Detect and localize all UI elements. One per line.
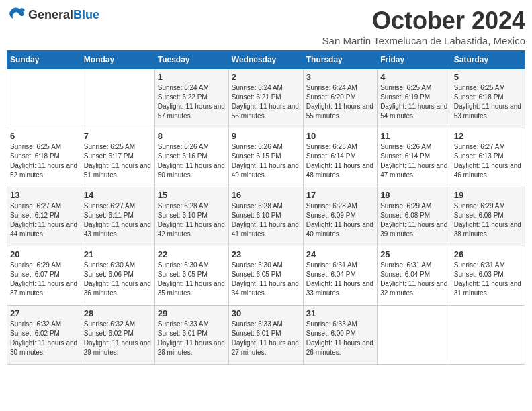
calendar-cell: 8Sunrise: 6:26 AM Sunset: 6:16 PM Daylig… [154,128,228,187]
day-info: Sunrise: 6:28 AM Sunset: 6:10 PM Dayligh… [158,201,226,239]
calendar-cell: 23Sunrise: 6:30 AM Sunset: 6:05 PM Dayli… [228,246,303,306]
day-info: Sunrise: 6:31 AM Sunset: 6:03 PM Dayligh… [454,261,522,298]
calendar-cell: 12Sunrise: 6:27 AM Sunset: 6:13 PM Dayli… [451,128,525,187]
day-info: Sunrise: 6:29 AM Sunset: 6:07 PM Dayligh… [10,261,78,298]
day-info: Sunrise: 6:26 AM Sunset: 6:16 PM Dayligh… [158,142,226,180]
day-number: 5 [454,72,522,82]
day-number: 25 [380,249,448,259]
day-info: Sunrise: 6:26 AM Sunset: 6:14 PM Dayligh… [306,142,374,180]
day-number: 17 [306,190,374,200]
day-info: Sunrise: 6:29 AM Sunset: 6:08 PM Dayligh… [454,201,522,239]
day-info: Sunrise: 6:26 AM Sunset: 6:15 PM Dayligh… [232,142,300,180]
logo-bird-icon [7,7,26,23]
calendar-cell: 2Sunrise: 6:24 AM Sunset: 6:21 PM Daylig… [228,69,303,128]
day-of-week-header: Thursday [303,51,377,69]
day-of-week-header: Saturday [451,51,525,69]
day-number: 3 [306,72,374,82]
day-number: 21 [84,249,152,259]
calendar-cell: 9Sunrise: 6:26 AM Sunset: 6:15 PM Daylig… [228,128,303,187]
calendar-cell: 10Sunrise: 6:26 AM Sunset: 6:14 PM Dayli… [303,128,377,187]
calendar-cell: 21Sunrise: 6:30 AM Sunset: 6:06 PM Dayli… [81,246,154,306]
day-info: Sunrise: 6:27 AM Sunset: 6:12 PM Dayligh… [10,201,78,239]
day-number: 11 [380,131,448,141]
calendar-cell [451,306,525,365]
day-of-week-header: Friday [378,51,451,69]
calendar-cell: 25Sunrise: 6:31 AM Sunset: 6:04 PM Dayli… [378,246,451,306]
day-info: Sunrise: 6:27 AM Sunset: 6:11 PM Dayligh… [84,201,152,239]
day-number: 2 [232,72,300,82]
calendar-cell: 29Sunrise: 6:33 AM Sunset: 6:01 PM Dayli… [154,306,228,365]
calendar-cell: 13Sunrise: 6:27 AM Sunset: 6:12 PM Dayli… [7,187,81,246]
day-of-week-header: Tuesday [154,51,228,69]
calendar-cell: 14Sunrise: 6:27 AM Sunset: 6:11 PM Dayli… [81,187,154,246]
day-number: 20 [10,249,78,259]
day-info: Sunrise: 6:33 AM Sunset: 6:00 PM Dayligh… [306,320,374,357]
day-number: 23 [232,249,300,259]
day-number: 31 [306,308,374,318]
day-info: Sunrise: 6:32 AM Sunset: 6:02 PM Dayligh… [84,320,152,357]
day-number: 1 [158,72,226,82]
calendar-cell: 30Sunrise: 6:33 AM Sunset: 6:01 PM Dayli… [228,306,303,365]
day-number: 8 [158,131,226,141]
calendar-cell: 7Sunrise: 6:25 AM Sunset: 6:17 PM Daylig… [81,128,154,187]
calendar-cell: 11Sunrise: 6:26 AM Sunset: 6:14 PM Dayli… [378,128,451,187]
logo-blue-text: Blue [73,8,99,21]
calendar-cell: 6Sunrise: 6:25 AM Sunset: 6:18 PM Daylig… [7,128,81,187]
day-of-week-header: Monday [81,51,154,69]
day-number: 29 [158,308,226,318]
day-info: Sunrise: 6:25 AM Sunset: 6:19 PM Dayligh… [380,83,448,121]
calendar-cell: 17Sunrise: 6:28 AM Sunset: 6:09 PM Dayli… [303,187,377,246]
day-number: 18 [380,190,448,200]
day-info: Sunrise: 6:31 AM Sunset: 6:04 PM Dayligh… [380,261,448,298]
day-info: Sunrise: 6:30 AM Sunset: 6:06 PM Dayligh… [84,261,152,298]
logo-general-text: General [28,8,73,21]
calendar-cell [81,69,154,128]
day-number: 28 [84,308,152,318]
day-number: 30 [232,308,300,318]
day-number: 12 [454,131,522,141]
calendar-cell: 18Sunrise: 6:29 AM Sunset: 6:08 PM Dayli… [378,187,451,246]
calendar-cell: 27Sunrise: 6:32 AM Sunset: 6:02 PM Dayli… [7,306,81,365]
day-number: 27 [10,308,78,318]
day-info: Sunrise: 6:25 AM Sunset: 6:17 PM Dayligh… [84,142,152,180]
day-number: 16 [232,190,300,200]
day-number: 15 [158,190,226,200]
calendar-cell: 22Sunrise: 6:30 AM Sunset: 6:05 PM Dayli… [154,246,228,306]
day-of-week-header: Sunday [7,51,81,69]
title-block: October 2024 San Martin Texmelucan de La… [322,7,525,46]
day-info: Sunrise: 6:26 AM Sunset: 6:14 PM Dayligh… [380,142,448,180]
day-info: Sunrise: 6:33 AM Sunset: 6:01 PM Dayligh… [158,320,226,357]
calendar-cell: 15Sunrise: 6:28 AM Sunset: 6:10 PM Dayli… [154,187,228,246]
calendar-cell: 3Sunrise: 6:24 AM Sunset: 6:20 PM Daylig… [303,69,377,128]
calendar-week-row: 1Sunrise: 6:24 AM Sunset: 6:22 PM Daylig… [7,69,525,128]
day-info: Sunrise: 6:24 AM Sunset: 6:21 PM Dayligh… [232,83,300,121]
calendar-cell: 28Sunrise: 6:32 AM Sunset: 6:02 PM Dayli… [81,306,154,365]
location-subtitle: San Martin Texmelucan de Labastida, Mexi… [322,35,525,46]
calendar-week-row: 6Sunrise: 6:25 AM Sunset: 6:18 PM Daylig… [7,128,525,187]
day-info: Sunrise: 6:24 AM Sunset: 6:22 PM Dayligh… [158,83,226,121]
day-number: 22 [158,249,226,259]
day-number: 26 [454,249,522,259]
day-number: 4 [380,72,448,82]
day-number: 14 [84,190,152,200]
calendar-cell: 16Sunrise: 6:28 AM Sunset: 6:10 PM Dayli… [228,187,303,246]
day-info: Sunrise: 6:24 AM Sunset: 6:20 PM Dayligh… [306,83,374,121]
day-number: 7 [84,131,152,141]
calendar-cell: 31Sunrise: 6:33 AM Sunset: 6:00 PM Dayli… [303,306,377,365]
day-info: Sunrise: 6:25 AM Sunset: 6:18 PM Dayligh… [10,142,78,180]
calendar-cell: 19Sunrise: 6:29 AM Sunset: 6:08 PM Dayli… [451,187,525,246]
calendar-cell [7,69,81,128]
calendar-week-row: 27Sunrise: 6:32 AM Sunset: 6:02 PM Dayli… [7,306,525,365]
day-info: Sunrise: 6:30 AM Sunset: 6:05 PM Dayligh… [232,261,300,298]
day-info: Sunrise: 6:28 AM Sunset: 6:09 PM Dayligh… [306,201,374,239]
day-of-week-header: Wednesday [228,51,303,69]
calendar-cell: 26Sunrise: 6:31 AM Sunset: 6:03 PM Dayli… [451,246,525,306]
calendar-week-row: 13Sunrise: 6:27 AM Sunset: 6:12 PM Dayli… [7,187,525,246]
calendar-cell: 20Sunrise: 6:29 AM Sunset: 6:07 PM Dayli… [7,246,81,306]
day-info: Sunrise: 6:28 AM Sunset: 6:10 PM Dayligh… [232,201,300,239]
day-number: 13 [10,190,78,200]
day-info: Sunrise: 6:31 AM Sunset: 6:04 PM Dayligh… [306,261,374,298]
calendar-cell: 24Sunrise: 6:31 AM Sunset: 6:04 PM Dayli… [303,246,377,306]
day-info: Sunrise: 6:25 AM Sunset: 6:18 PM Dayligh… [454,83,522,121]
day-info: Sunrise: 6:29 AM Sunset: 6:08 PM Dayligh… [380,201,448,239]
